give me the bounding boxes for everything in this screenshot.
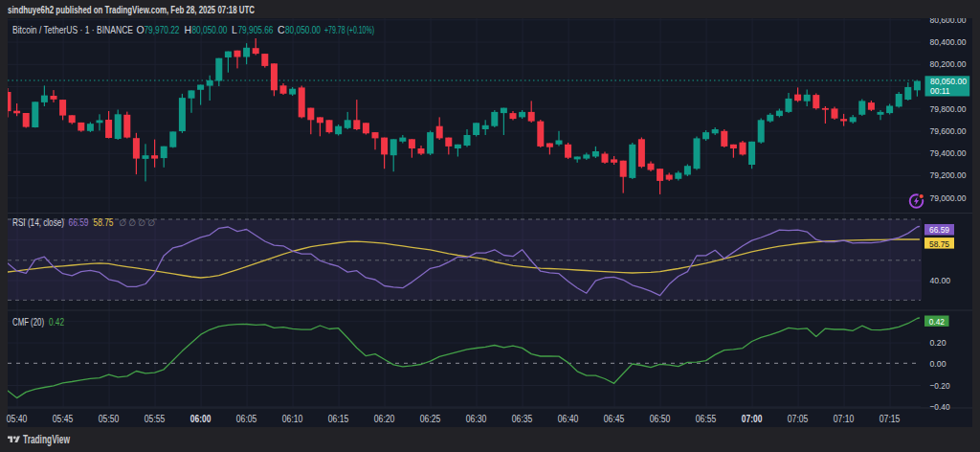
svg-text:∅: ∅	[120, 218, 127, 228]
svg-text:0.42: 0.42	[929, 316, 945, 327]
svg-text:∅: ∅	[129, 218, 137, 228]
svg-text:79,200.00: 79,200.00	[930, 170, 967, 180]
svg-text:sindhuye6h2 published on Tradi: sindhuye6h2 published on TradingView.com…	[8, 4, 255, 15]
svg-text:06:05: 06:05	[236, 414, 257, 424]
svg-text:CMF (20): CMF (20)	[12, 317, 44, 328]
svg-text:79,000.00: 79,000.00	[930, 192, 967, 203]
svg-text:07:00: 07:00	[742, 414, 763, 424]
svg-text:O: O	[137, 24, 145, 35]
svg-text:0.42: 0.42	[49, 317, 64, 328]
svg-text:06:25: 06:25	[420, 414, 441, 424]
svg-text:∅: ∅	[148, 218, 156, 228]
svg-text:79,400.00: 79,400.00	[930, 147, 967, 158]
svg-text:∅: ∅	[139, 218, 146, 228]
svg-text:06:35: 06:35	[512, 414, 533, 424]
svg-text:66.59: 66.59	[929, 224, 949, 235]
svg-text:80,200.00: 80,200.00	[930, 58, 967, 69]
svg-text:07:15: 07:15	[880, 414, 901, 424]
svg-text:79,600.00: 79,600.00	[930, 125, 967, 136]
svg-text:79,800.00: 79,800.00	[930, 103, 967, 114]
svg-text:06:40: 06:40	[558, 414, 579, 424]
svg-text:80,050.00: 80,050.00	[192, 24, 228, 35]
svg-text:06:30: 06:30	[466, 414, 487, 424]
svg-text:06:50: 06:50	[650, 414, 671, 424]
svg-text:06:20: 06:20	[374, 414, 395, 424]
svg-text:Bitcoin / TetherUS · 1 · BINAN: Bitcoin / TetherUS · 1 · BINANCE	[12, 24, 133, 35]
svg-text:80,400.00: 80,400.00	[930, 36, 967, 47]
svg-text:80,050.00: 80,050.00	[285, 24, 321, 35]
svg-text:H: H	[185, 24, 192, 35]
svg-text:+79.78 (+0.10%): +79.78 (+0.10%)	[324, 24, 374, 35]
svg-text:C: C	[278, 24, 285, 35]
svg-text:05:45: 05:45	[53, 414, 74, 424]
svg-text:07:05: 07:05	[788, 414, 809, 424]
svg-text:66.59: 66.59	[69, 217, 89, 228]
svg-text:40.00: 40.00	[930, 275, 951, 285]
svg-text:58.75: 58.75	[94, 217, 114, 228]
svg-text:06:10: 06:10	[282, 414, 303, 424]
svg-text:−0.40: −0.40	[930, 401, 950, 412]
svg-text:06:45: 06:45	[604, 414, 625, 424]
svg-text:05:55: 05:55	[145, 414, 166, 424]
svg-text:06:00: 06:00	[190, 414, 212, 424]
svg-text:00:11: 00:11	[930, 85, 950, 96]
svg-text:TradingView: TradingView	[23, 433, 70, 446]
svg-text:05:50: 05:50	[99, 414, 120, 424]
svg-text:58.75: 58.75	[929, 238, 949, 249]
svg-text:79,905.66: 79,905.66	[238, 24, 274, 35]
svg-text:06:55: 06:55	[696, 414, 717, 424]
svg-text:05:40: 05:40	[7, 414, 28, 424]
svg-text:07:10: 07:10	[834, 414, 855, 424]
svg-text:0.00: 0.00	[930, 358, 947, 369]
svg-text:79,970.22: 79,970.22	[145, 24, 180, 35]
svg-text:RSI (14, close): RSI (14, close)	[12, 217, 64, 228]
svg-text:06:15: 06:15	[328, 414, 349, 424]
svg-text:−0.20: −0.20	[930, 380, 950, 391]
svg-text:0.20: 0.20	[930, 337, 947, 348]
svg-text:L: L	[232, 24, 237, 35]
